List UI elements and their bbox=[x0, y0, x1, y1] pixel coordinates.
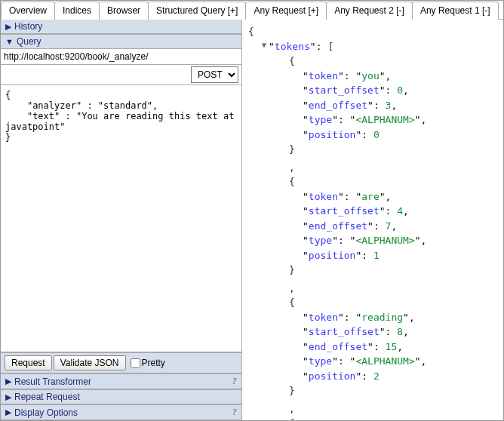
tab-overview[interactable]: Overview bbox=[1, 2, 55, 20]
json-key: tokens bbox=[275, 41, 310, 52]
request-button[interactable]: Request bbox=[5, 355, 52, 370]
url-input[interactable] bbox=[1, 49, 241, 64]
pretty-checkbox[interactable] bbox=[131, 358, 140, 368]
section-repeat-request[interactable]: ▶ Repeat Request bbox=[1, 389, 241, 404]
validate-json-button[interactable]: Validate JSON bbox=[54, 355, 126, 370]
tab-indices[interactable]: Indices bbox=[55, 2, 100, 20]
response-panel: { ▼ "tokens": [ {"token": "you","start_o… bbox=[242, 20, 503, 420]
json-token-object: {"token": "you","start_offset": 0,"end_o… bbox=[248, 54, 497, 157]
json-token-object: {"token": "reading","start_offset": 8,"e… bbox=[248, 295, 497, 398]
json-token-object: {"token": "this","start_offset": 16,"end… bbox=[248, 416, 497, 420]
button-row: Request Validate JSON Pretty bbox=[1, 352, 241, 373]
section-history[interactable]: ▶ History bbox=[1, 20, 241, 34]
section-display-options-label: Display Options bbox=[14, 407, 78, 418]
section-query[interactable]: ▼ Query bbox=[1, 34, 241, 49]
triangle-down-icon: ▼ bbox=[5, 37, 14, 46]
collapse-toggle-icon[interactable]: ▼ bbox=[262, 39, 266, 51]
help-icon[interactable]: ? bbox=[232, 376, 237, 387]
section-repeat-request-label: Repeat Request bbox=[14, 392, 80, 402]
method-select[interactable]: POST bbox=[191, 66, 238, 83]
triangle-right-icon: ▶ bbox=[5, 392, 11, 402]
section-query-label: Query bbox=[17, 36, 41, 47]
tab-bar: Overview Indices Browser Structured Quer… bbox=[1, 1, 503, 20]
tab-any-request[interactable]: Any Request [+] bbox=[246, 2, 327, 20]
pretty-label: Pretty bbox=[142, 358, 165, 368]
json-token-object: {"token": "are","start_offset": 4,"end_o… bbox=[248, 174, 497, 278]
tab-structured-query[interactable]: Structured Query [+] bbox=[149, 2, 246, 20]
triangle-right-icon: ▶ bbox=[5, 22, 11, 32]
section-display-options[interactable]: ▶ Display Options ? bbox=[1, 404, 241, 420]
tab-any-request-1[interactable]: Any Request 1 [-] bbox=[413, 2, 499, 20]
help-icon[interactable]: ? bbox=[232, 407, 237, 418]
tab-browser[interactable]: Browser bbox=[100, 2, 149, 20]
tab-any-request-2[interactable]: Any Request 2 [-] bbox=[327, 2, 413, 20]
section-result-transformer[interactable]: ▶ Result Transformer ? bbox=[1, 373, 241, 389]
section-history-label: History bbox=[14, 21, 42, 32]
request-body-textarea[interactable]: { "analyzer" : "standard", "text" : "You… bbox=[1, 85, 241, 352]
left-panel: ▶ History ▼ Query POST { "analyzer" : "s… bbox=[1, 20, 242, 420]
section-result-transformer-label: Result Transformer bbox=[14, 376, 91, 387]
triangle-right-icon: ▶ bbox=[5, 407, 11, 417]
triangle-right-icon: ▶ bbox=[5, 376, 11, 386]
